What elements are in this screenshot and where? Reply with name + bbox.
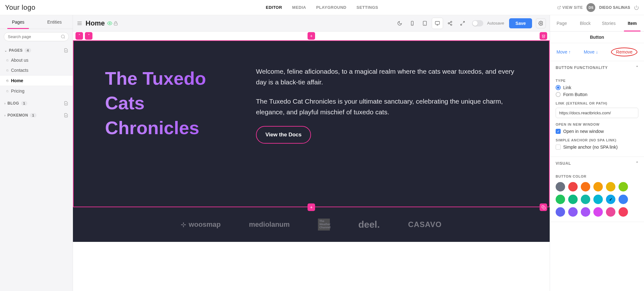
hero-title[interactable]: The Tuxedo Cats Chronicles	[105, 66, 237, 188]
header-right: VIEW SITE DS DIEGO SALINAS	[557, 3, 639, 12]
search-wrap	[0, 29, 73, 44]
radio-type-form[interactable]: Form Button	[556, 92, 638, 97]
tab-block[interactable]: Block	[574, 15, 597, 31]
logos-block[interactable]: + ⊹woosmap mediolanum The Weather Channe…	[73, 207, 550, 242]
sidebar-tab-entities[interactable]: Entities	[36, 15, 73, 29]
color-swatch[interactable]	[568, 195, 578, 204]
group-blog-header[interactable]: › BLOG 1	[0, 99, 73, 108]
nav-editor[interactable]: EDITOR	[266, 5, 282, 10]
color-swatch[interactable]	[581, 182, 590, 191]
group-pokemon-count: 1	[30, 113, 36, 117]
view-site-link[interactable]: VIEW SITE	[557, 5, 583, 10]
color-swatch[interactable]	[593, 195, 603, 204]
add-page-icon[interactable]	[64, 48, 68, 53]
group-blog-label: BLOG	[8, 101, 19, 106]
move-block-down-button[interactable]: ˅	[85, 32, 92, 40]
search-box[interactable]	[4, 32, 69, 41]
group-pokemon: › POKEMON 1	[0, 109, 73, 121]
save-button[interactable]: Save	[509, 18, 532, 28]
group-pokemon-header[interactable]: › POKEMON 1	[0, 111, 73, 120]
color-swatch[interactable]	[606, 207, 615, 217]
color-swatch[interactable]	[556, 195, 565, 204]
color-grid	[556, 181, 638, 217]
section-functionality-header[interactable]: BUTTON FUNCTIONALITY ˄	[550, 61, 644, 74]
lock-icon: ⎋	[6, 89, 8, 93]
color-swatch[interactable]	[619, 182, 628, 191]
group-pages-label: PAGES	[9, 48, 23, 53]
nav-settings[interactable]: SETTINGS	[357, 5, 378, 10]
next-section	[73, 242, 550, 273]
add-page-icon[interactable]	[64, 101, 68, 106]
lock-icon[interactable]	[114, 21, 118, 26]
hero-block[interactable]: The Tuxedo Cats Chronicles Welcome, feli…	[73, 40, 550, 207]
delete-block-button[interactable]	[540, 32, 547, 40]
color-swatch[interactable]	[568, 207, 578, 217]
group-pokemon-label: POKEMON	[8, 113, 28, 117]
hero-paragraph-1[interactable]: Welcome, feline aficionados, to a magica…	[256, 66, 518, 87]
color-swatch[interactable]	[619, 207, 628, 217]
color-swatch[interactable]	[581, 207, 590, 217]
autosave-toggle[interactable]	[472, 20, 483, 26]
top-nav: EDITOR MEDIA PLAYGROUND SETTINGS	[266, 5, 378, 10]
color-swatch[interactable]	[593, 207, 603, 217]
sidebar-tab-pages[interactable]: Pages	[0, 15, 36, 29]
visibility-icon[interactable]	[107, 21, 112, 26]
duplicate-block-button[interactable]	[540, 203, 547, 211]
color-swatch[interactable]	[593, 182, 603, 191]
add-page-icon[interactable]	[64, 113, 68, 117]
theme-icon[interactable]	[394, 18, 405, 29]
editor-center: Home Autosave Save	[73, 15, 550, 291]
tab-stories[interactable]: Stories	[597, 15, 621, 31]
tab-item[interactable]: Item	[620, 15, 644, 31]
color-swatch[interactable]	[581, 195, 590, 204]
section-label: BUTTON FUNCTIONALITY	[556, 66, 608, 70]
nav-media[interactable]: MEDIA	[292, 5, 306, 10]
svg-rect-14	[114, 23, 118, 25]
link-input[interactable]	[556, 108, 638, 118]
tab-page[interactable]: Page	[550, 15, 574, 31]
field-label-color: BUTTON COLOR	[556, 174, 638, 178]
move-block-up-button[interactable]: ˄	[75, 32, 83, 40]
section-visual-header[interactable]: VISUAL ˄	[550, 157, 644, 170]
search-input[interactable]	[8, 34, 61, 39]
sidebar-item-about[interactable]: ⎋About us	[0, 55, 73, 65]
sidebar-item-contacts[interactable]: ⎋Contacts	[0, 65, 73, 75]
share-icon[interactable]	[444, 18, 456, 29]
logout-icon[interactable]	[634, 5, 639, 10]
client-logo: deel.	[358, 219, 380, 230]
color-swatch[interactable]	[606, 182, 615, 191]
checkbox-anchor[interactable]: Simple anchor (no SPA link)	[556, 145, 638, 150]
gear-icon[interactable]	[536, 18, 546, 28]
hero-cta-button[interactable]: View the Docs	[256, 126, 311, 143]
group-pages-header[interactable]: ⌄ PAGES 4	[0, 46, 73, 55]
color-swatch[interactable]	[619, 195, 628, 204]
color-swatch[interactable]	[606, 195, 615, 204]
mobile-icon[interactable]	[407, 18, 418, 29]
autosave-label: Autosave	[487, 21, 504, 26]
radio-icon	[556, 85, 561, 90]
checkbox-open-new[interactable]: ✓ Open in new window	[556, 129, 638, 134]
color-swatch[interactable]	[556, 182, 565, 191]
remove-button[interactable]: Remove	[616, 49, 632, 54]
field-label-open-new: OPEN IN NEW WINDOW	[556, 123, 638, 126]
svg-line-25	[449, 24, 451, 25]
move-up-button[interactable]: Move↑	[557, 49, 571, 54]
section-visual: VISUAL ˄ BUTTON COLOR	[550, 157, 644, 222]
avatar[interactable]: DS	[586, 3, 595, 12]
add-block-button[interactable]: +	[308, 32, 315, 40]
sidebar-item-home[interactable]: ⎋Home	[0, 75, 73, 86]
svg-point-22	[451, 21, 452, 22]
add-block-button[interactable]: +	[308, 203, 315, 211]
field-label-link: LINK (EXTERNAL OR PATH)	[556, 101, 638, 105]
menu-icon[interactable]	[77, 20, 82, 26]
tablet-icon[interactable]	[419, 18, 430, 29]
hero-paragraph-2[interactable]: The Tuxedo Cat Chronicles is your ultima…	[256, 96, 518, 117]
color-swatch[interactable]	[556, 207, 565, 217]
radio-type-link[interactable]: Link	[556, 85, 638, 90]
sidebar-item-pricing[interactable]: ⎋Pricing	[0, 86, 73, 96]
desktop-icon[interactable]	[432, 18, 443, 29]
color-swatch[interactable]	[568, 182, 578, 191]
fullscreen-icon[interactable]	[457, 18, 468, 29]
move-down-button[interactable]: Move↓	[584, 49, 598, 54]
nav-playground[interactable]: PLAYGROUND	[316, 5, 347, 10]
